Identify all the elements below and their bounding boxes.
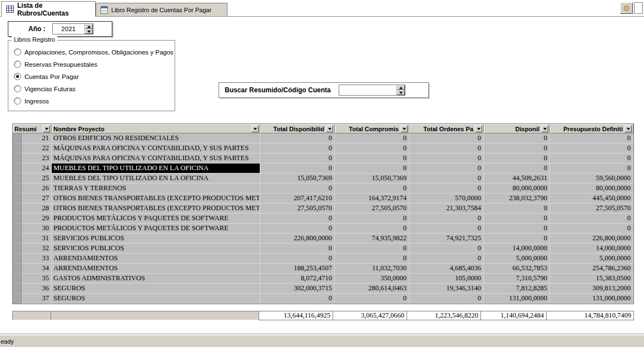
row-value-cell: 0 bbox=[409, 294, 484, 304]
row-name-cell[interactable]: GASTOS ADMINISTRATIVOS bbox=[52, 274, 260, 284]
table-row[interactable]: 36SEGUROS302,000,3715280,614,046319,346,… bbox=[13, 284, 633, 294]
row-selector[interactable] bbox=[13, 174, 22, 184]
row-name-cell[interactable]: MUEBLES DEL TIPO UTILIZADO EN LA OFICINA bbox=[52, 174, 260, 184]
row-selector[interactable] bbox=[13, 153, 22, 163]
row-selector[interactable] bbox=[13, 204, 22, 214]
row-name-cell[interactable]: SEGUROS bbox=[52, 284, 260, 294]
tab-libro-registro-cuentas-por-pagar[interactable]: Libro Registro de Cuentas Por Pagar bbox=[96, 3, 227, 16]
row-value-cell: 19,346,3140 bbox=[409, 284, 484, 294]
radio-option[interactable]: Apropiaciones, Compromisos, Obligaciones… bbox=[14, 48, 175, 56]
year-spinner[interactable]: 2021 bbox=[52, 23, 93, 34]
table-row[interactable]: 30PRODUCTOS METÁLICOS Y PAQUETES DE SOFT… bbox=[13, 224, 633, 234]
tools-button[interactable]: ⚙ bbox=[620, 2, 633, 14]
row-selector[interactable] bbox=[13, 284, 22, 294]
row-value-cell: 0 bbox=[484, 224, 550, 234]
table-row[interactable]: 31SERVICIOS PUBLICOS226,800,000074,935,9… bbox=[13, 234, 633, 244]
row-name-cell[interactable]: PRODUCTOS METÁLICOS Y PAQUETES DE SOFTWA… bbox=[52, 214, 260, 224]
column-dropdown-button[interactable] bbox=[625, 125, 632, 132]
row-selector[interactable] bbox=[13, 254, 22, 264]
row-selector[interactable] bbox=[13, 163, 22, 174]
row-code-cell: 30 bbox=[22, 224, 52, 234]
table-row[interactable]: 26TIERRAS Y TERRENOS00080,000,000080,000… bbox=[13, 184, 633, 194]
column-header[interactable]: Total Disponibilid bbox=[260, 124, 335, 133]
radio-option[interactable]: Cuentas Por Pagar bbox=[14, 73, 175, 80]
dropdown-arrow-icon bbox=[45, 128, 48, 130]
column-dropdown-button[interactable] bbox=[251, 125, 259, 132]
table-row[interactable]: 32SERVICIOS PUBLICOS00014,000,000014,000… bbox=[13, 244, 633, 254]
column-header[interactable]: Presupuesto Definiti bbox=[550, 124, 633, 133]
column-dropdown-button[interactable] bbox=[400, 125, 408, 132]
row-selector[interactable] bbox=[13, 224, 22, 234]
row-selector[interactable] bbox=[13, 143, 22, 153]
radio-button-icon[interactable] bbox=[14, 85, 21, 92]
column-header[interactable]: Resumi bbox=[13, 124, 52, 133]
spin-down-button[interactable] bbox=[85, 29, 93, 34]
table-row[interactable]: 37SEGUROS000131,000,0000131,000,0000 bbox=[13, 294, 633, 304]
row-name-cell[interactable]: OTROS EDIFICIOS NO RESIDENCIALES bbox=[52, 133, 260, 143]
radio-option-label: Cuentas Por Pagar bbox=[24, 73, 79, 80]
column-header[interactable]: Total Compromis bbox=[335, 124, 409, 133]
row-selector[interactable] bbox=[13, 274, 22, 284]
row-name-cell[interactable]: OTROS BIENES TRANSPORTABLES (EXCEPTO PRO… bbox=[52, 194, 260, 204]
radio-option[interactable]: Reservas Presupuestales bbox=[14, 61, 175, 68]
table-row[interactable]: 23MÁQUINAS PARA OFICINA Y CONTABILIDAD, … bbox=[13, 153, 633, 163]
row-value-cell: 0 bbox=[409, 214, 484, 224]
row-name-cell[interactable]: ARRENDAMIENTOS bbox=[52, 254, 260, 264]
table-row[interactable]: 24MUEBLES DEL TIPO UTILIZADO EN LA OFICI… bbox=[13, 163, 633, 174]
radio-button-icon[interactable] bbox=[14, 48, 21, 56]
column-dropdown-button[interactable] bbox=[475, 125, 482, 132]
row-selector[interactable] bbox=[13, 184, 22, 194]
row-selector[interactable] bbox=[13, 133, 22, 143]
row-selector[interactable] bbox=[13, 294, 22, 304]
row-selector[interactable] bbox=[13, 244, 22, 254]
tab-lista-rubros-cuentas[interactable]: Lista de Rubros/Cuentas bbox=[1, 1, 96, 17]
tab-label: Libro Registro de Cuentas Por Pagar bbox=[111, 7, 211, 13]
table-row[interactable]: 29PRODUCTOS METÁLICOS Y PAQUETES DE SOFT… bbox=[13, 214, 633, 224]
table-row[interactable]: 28OTROS BIENES TRANSPORTABLES (EXCEPTO P… bbox=[13, 204, 633, 214]
table-row[interactable]: 25MUEBLES DEL TIPO UTILIZADO EN LA OFICI… bbox=[13, 174, 633, 184]
row-name-cell[interactable]: MUEBLES DEL TIPO UTILIZADO EN LA OFICINA bbox=[52, 163, 260, 174]
column-dropdown-button[interactable] bbox=[541, 125, 548, 132]
column-header[interactable]: Nombre Proyecto bbox=[52, 124, 260, 133]
down-arrow-icon bbox=[399, 92, 403, 94]
column-header[interactable]: Total Ordenes Pa bbox=[409, 124, 484, 133]
mini-textbox[interactable] bbox=[634, 2, 643, 14]
table-row[interactable]: 21OTROS EDIFICIOS NO RESIDENCIALES00000 bbox=[13, 133, 633, 143]
row-value-cell: 0 bbox=[260, 294, 335, 304]
row-name-cell[interactable]: SEGUROS bbox=[52, 294, 260, 304]
table-row[interactable]: 35GASTOS ADMINISTRATIVOS8,072,4710350,00… bbox=[13, 274, 633, 284]
row-name-cell[interactable]: PRODUCTOS METÁLICOS Y PAQUETES DE SOFTWA… bbox=[52, 224, 260, 234]
row-name-cell[interactable]: SERVICIOS PUBLICOS bbox=[52, 244, 260, 254]
radio-option[interactable]: Ingresos bbox=[14, 97, 175, 105]
row-value-cell: 0 bbox=[409, 244, 484, 254]
row-selector[interactable] bbox=[13, 194, 22, 204]
row-name-cell[interactable]: TIERRAS Y TERRENOS bbox=[52, 184, 260, 194]
table-row[interactable]: 22MÁQUINAS PARA OFICINA Y CONTABILIDAD, … bbox=[13, 143, 633, 153]
row-value-cell: 0 bbox=[409, 184, 484, 194]
row-name-cell[interactable]: ARRENDAMIENTOS bbox=[52, 264, 260, 274]
row-selector[interactable] bbox=[13, 234, 22, 244]
column-dropdown-button[interactable] bbox=[326, 125, 333, 132]
spin-up-button[interactable] bbox=[85, 24, 93, 29]
spin-up-button[interactable] bbox=[397, 85, 405, 90]
spin-down-button[interactable] bbox=[397, 90, 405, 95]
column-header[interactable]: Disponil bbox=[484, 124, 550, 133]
table-row[interactable]: 27OTROS BIENES TRANSPORTABLES (EXCEPTO P… bbox=[13, 194, 633, 204]
column-dropdown-button[interactable] bbox=[43, 125, 50, 132]
table-row[interactable]: 33ARRENDAMIENTOS0005,000,00005,000,0000 bbox=[13, 254, 633, 264]
table-row[interactable]: 34ARRENDAMIENTOS188,253,450711,032,70304… bbox=[13, 264, 633, 274]
search-combo[interactable] bbox=[339, 85, 405, 96]
row-code-cell: 35 bbox=[22, 274, 52, 284]
radio-button-icon[interactable] bbox=[14, 97, 21, 105]
row-selector[interactable] bbox=[13, 214, 22, 224]
row-selector[interactable] bbox=[13, 264, 22, 274]
row-name-cell[interactable]: OTROS BIENES TRANSPORTABLES (EXCEPTO PRO… bbox=[52, 204, 260, 214]
row-name-cell[interactable]: MÁQUINAS PARA OFICINA Y CONTABILIDAD, Y … bbox=[52, 153, 260, 163]
search-label: Buscar Resumido/Código Cuenta bbox=[225, 86, 331, 94]
row-name-cell[interactable]: MÁQUINAS PARA OFICINA Y CONTABILIDAD, Y … bbox=[52, 143, 260, 153]
radio-button-icon[interactable] bbox=[14, 73, 21, 80]
row-name-cell[interactable]: SERVICIOS PUBLICOS bbox=[52, 234, 260, 244]
radio-option[interactable]: Vigencias Futuras bbox=[14, 85, 175, 92]
year-panel: Año : 2021 bbox=[8, 21, 112, 37]
radio-button-icon[interactable] bbox=[14, 61, 21, 68]
